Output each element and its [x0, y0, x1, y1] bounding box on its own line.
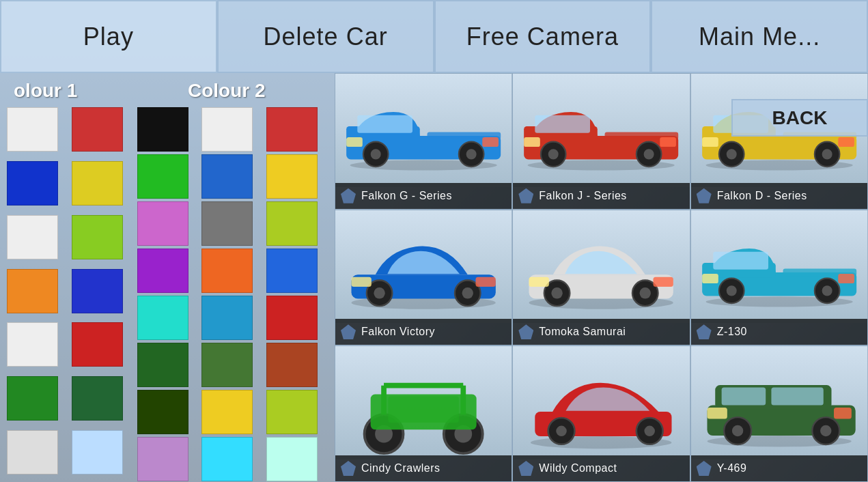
car-card-falkon-j[interactable]: Falkon J - Series	[512, 73, 690, 210]
car-logo-icon	[518, 324, 533, 339]
color-swatch[interactable]	[266, 343, 318, 387]
car-image	[513, 346, 689, 459]
color-swatch[interactable]	[7, 376, 58, 421]
car-card-z130[interactable]: Z-130	[690, 210, 868, 346]
car-logo-icon	[341, 461, 356, 476]
car-label: Falkon J - Series	[513, 183, 689, 209]
color-swatch[interactable]	[266, 201, 318, 246]
car-name: Z-130	[717, 326, 747, 338]
color-swatch[interactable]	[137, 107, 188, 152]
color-swatch[interactable]	[72, 107, 123, 152]
svg-point-38	[462, 287, 473, 298]
svg-rect-47	[529, 277, 549, 287]
color-swatch[interactable]	[137, 296, 188, 340]
toolbar: Play Delete Car Free Camera Main Me...	[0, 0, 868, 73]
car-logo-icon	[697, 461, 712, 476]
color-swatch[interactable]	[137, 154, 188, 199]
car-card-falkon-g[interactable]: Falkon G - Series	[335, 73, 512, 210]
svg-rect-78	[721, 387, 766, 405]
car-card-inner: Z-130	[691, 210, 867, 345]
car-logo-icon	[518, 188, 533, 203]
car-label: Falkon G - Series	[335, 183, 512, 209]
svg-rect-10	[482, 137, 499, 147]
color-swatch[interactable]	[72, 215, 123, 259]
color-swatch[interactable]	[201, 390, 253, 434]
car-image	[691, 346, 867, 459]
car-label: Y-469	[691, 455, 867, 481]
color-swatch[interactable]	[72, 322, 123, 367]
main-menu-button[interactable]: Main Me...	[651, 0, 868, 73]
colour1-label: olour 1	[7, 80, 167, 102]
color-swatch[interactable]	[72, 376, 123, 421]
back-button[interactable]: BACK	[731, 99, 868, 137]
color-swatch[interactable]	[137, 343, 188, 387]
car-card-wildy[interactable]: Wildy Compact	[512, 345, 690, 482]
color-swatch[interactable]	[7, 430, 58, 474]
svg-point-83	[820, 425, 831, 436]
colour-grid-2	[137, 107, 328, 481]
car-image	[691, 210, 867, 324]
car-card-tomoka[interactable]: Tomoka Samurai	[512, 210, 690, 346]
car-card-y469[interactable]: Y-469	[690, 345, 868, 482]
color-swatch[interactable]	[72, 430, 123, 474]
color-swatch[interactable]	[7, 161, 58, 205]
svg-point-82	[732, 425, 743, 436]
svg-rect-85	[834, 408, 852, 419]
svg-point-7	[371, 149, 381, 159]
car-card-cindy[interactable]: Cindy Crawlers	[335, 345, 512, 482]
car-name: Falkon J - Series	[539, 190, 627, 202]
car-label: Z-130	[691, 319, 867, 345]
color-swatch[interactable]	[72, 269, 123, 313]
svg-point-18	[548, 149, 559, 159]
free-camera-button[interactable]: Free Camera	[434, 0, 652, 73]
car-card-inner: Falkon D - Series	[691, 74, 867, 209]
car-card-inner: Y-469	[691, 346, 867, 481]
svg-point-45	[552, 287, 563, 298]
car-card-falkon-d[interactable]: Falkon D - Series	[690, 73, 868, 210]
car-image	[335, 210, 512, 324]
car-card-inner: Falkon J - Series	[513, 74, 689, 209]
color-swatch[interactable]	[201, 343, 253, 387]
svg-rect-79	[771, 387, 823, 405]
car-label: Falkon D - Series	[691, 183, 867, 209]
color-swatch[interactable]	[266, 437, 318, 481]
svg-point-19	[644, 149, 654, 159]
car-logo-icon	[341, 324, 356, 339]
svg-rect-59	[838, 274, 854, 283]
car-name: Wildy Compact	[539, 462, 617, 474]
color-swatch[interactable]	[266, 390, 318, 434]
color-swatch[interactable]	[7, 269, 58, 313]
color-swatch[interactable]	[266, 154, 318, 199]
delete-car-button[interactable]: Delete Car	[217, 0, 434, 73]
svg-rect-39	[351, 277, 371, 287]
color-swatch[interactable]	[201, 201, 253, 246]
play-button[interactable]: Play	[0, 0, 217, 73]
car-card-inner: Cindy Crawlers	[335, 346, 512, 481]
car-image	[513, 210, 689, 324]
car-card-falkon-v[interactable]: Falkon Victory	[335, 210, 512, 346]
color-swatch[interactable]	[201, 249, 253, 293]
color-swatch[interactable]	[137, 437, 188, 481]
color-swatch[interactable]	[201, 296, 253, 340]
color-swatch[interactable]	[7, 322, 58, 367]
color-swatch[interactable]	[72, 161, 123, 205]
color-swatch[interactable]	[7, 215, 58, 259]
color-swatch[interactable]	[266, 107, 318, 152]
svg-point-29	[726, 149, 736, 159]
color-swatch[interactable]	[201, 107, 253, 152]
car-card-inner: Wildy Compact	[513, 346, 689, 481]
car-card-inner: Falkon Victory	[335, 210, 512, 345]
color-swatch[interactable]	[7, 107, 58, 152]
color-swatch[interactable]	[266, 249, 318, 293]
color-swatch[interactable]	[201, 437, 253, 481]
svg-point-46	[640, 287, 651, 298]
color-swatch[interactable]	[137, 249, 188, 293]
svg-point-74	[645, 426, 655, 436]
color-swatch[interactable]	[137, 390, 188, 434]
svg-rect-68	[389, 396, 459, 423]
svg-rect-58	[702, 274, 718, 283]
color-swatch[interactable]	[201, 154, 253, 199]
color-swatch[interactable]	[137, 201, 188, 246]
colour2-label: Colour 2	[167, 80, 328, 102]
color-swatch[interactable]	[266, 296, 318, 340]
